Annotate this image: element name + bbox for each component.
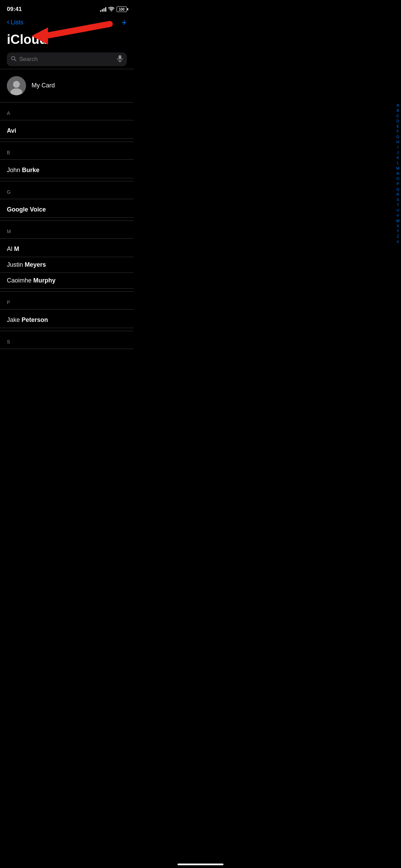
section-divider bbox=[0, 102, 134, 103]
back-button[interactable]: ‹ Lists bbox=[7, 19, 23, 26]
contact-row[interactable]: Al M bbox=[0, 241, 134, 257]
status-icons: 100 bbox=[100, 7, 127, 12]
search-icon bbox=[11, 56, 16, 63]
contact-first-name: Jake bbox=[7, 316, 22, 323]
section-divider bbox=[0, 142, 134, 142]
contact-row[interactable]: Avi bbox=[0, 123, 134, 139]
back-label: Lists bbox=[11, 19, 23, 26]
section-top-divider bbox=[0, 120, 134, 120]
contact-first-name: John bbox=[7, 167, 22, 173]
divider bbox=[0, 69, 134, 69]
contact-last-name: Burke bbox=[22, 167, 39, 173]
section-header-g: G bbox=[0, 184, 134, 196]
contact-last-name: M bbox=[14, 245, 19, 252]
wifi-icon bbox=[108, 7, 114, 12]
section-header-p: P bbox=[0, 294, 134, 306]
contact-row[interactable]: John Burke bbox=[0, 162, 134, 178]
microphone-icon[interactable] bbox=[117, 55, 123, 63]
battery-icon: 100 bbox=[117, 7, 127, 12]
contact-row[interactable]: Justin Meyers bbox=[0, 257, 134, 273]
contact-last-name: Peterson bbox=[22, 316, 48, 323]
contact-name: Avi bbox=[7, 127, 16, 134]
my-card-label: My Card bbox=[32, 82, 55, 89]
search-input[interactable] bbox=[19, 56, 114, 63]
section-bottom-divider bbox=[0, 349, 134, 349]
page-title: iCloud bbox=[0, 29, 134, 52]
status-time: 09:41 bbox=[7, 6, 22, 13]
svg-line-4 bbox=[15, 60, 16, 61]
section-header-s: S bbox=[0, 334, 134, 346]
contact-row[interactable]: Jake Peterson bbox=[0, 312, 134, 328]
section-divider bbox=[0, 181, 134, 181]
section-top-divider bbox=[0, 309, 134, 310]
section-top-divider bbox=[0, 238, 134, 239]
contact-first-name: Al bbox=[7, 245, 14, 252]
contact-row[interactable]: Caoimhe Murphy bbox=[0, 273, 134, 289]
contact-name: Google Voice bbox=[7, 206, 46, 213]
svg-rect-5 bbox=[119, 55, 121, 59]
chevron-left-icon: ‹ bbox=[7, 18, 9, 26]
nav-bar: ‹ Lists + bbox=[0, 16, 134, 29]
section-header-a: A bbox=[0, 105, 134, 117]
signal-bars-icon bbox=[100, 7, 106, 12]
avatar-body bbox=[11, 88, 22, 95]
section-header-m: M bbox=[0, 223, 134, 236]
search-bar[interactable] bbox=[7, 52, 127, 66]
contact-first-name: Justin bbox=[7, 261, 25, 268]
contact-last-name: Murphy bbox=[33, 277, 56, 284]
contact-last-name: Meyers bbox=[25, 261, 46, 268]
status-bar: 09:41 100 bbox=[0, 0, 134, 16]
section-top-divider bbox=[0, 199, 134, 199]
section-divider bbox=[0, 331, 134, 331]
section-header-b: B bbox=[0, 144, 134, 157]
contact-row[interactable]: Google Voice bbox=[0, 202, 134, 218]
section-divider bbox=[0, 220, 134, 221]
contact-first-name: Caoimhe bbox=[7, 277, 33, 284]
my-card-row[interactable]: My Card bbox=[0, 72, 134, 99]
avatar-head bbox=[13, 81, 20, 88]
avatar-person-icon bbox=[7, 76, 26, 95]
avatar bbox=[7, 76, 26, 95]
section-top-divider bbox=[0, 159, 134, 160]
add-button[interactable]: + bbox=[122, 18, 127, 27]
contact-list: A Avi B John Burke G Google Voice M Al M… bbox=[0, 102, 134, 349]
section-divider bbox=[0, 291, 134, 292]
